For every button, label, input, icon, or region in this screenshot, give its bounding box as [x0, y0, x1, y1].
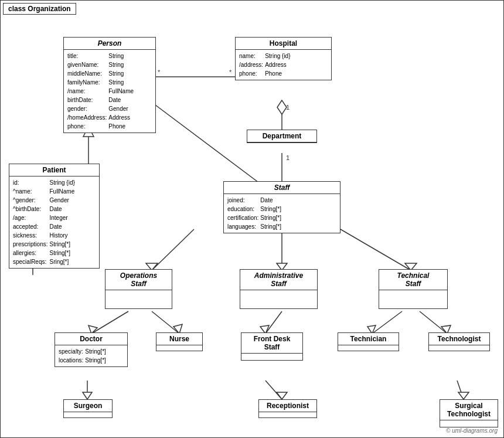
class-hospital-attrs: name:String {id} /address:Address phone:…: [236, 50, 331, 80]
class-patient-attrs: id:String {id} ^name:FullName ^gender:Ge…: [9, 176, 99, 268]
class-doctor-attrs: specialty:String[*] locations:String[*]: [55, 345, 127, 366]
class-technician: Technician: [338, 332, 399, 351]
class-technical-staff-name: Technical Staff: [379, 270, 447, 290]
class-technologist: Technologist: [428, 332, 490, 351]
svg-text:*: *: [158, 69, 161, 76]
class-patient-name: Patient: [9, 164, 99, 176]
diagram-title: class Organization: [3, 3, 76, 15]
class-doctor-name: Doctor: [55, 333, 127, 345]
class-person-name: Person: [64, 38, 155, 50]
class-receptionist: Receptionist: [258, 399, 317, 418]
svg-line-26: [265, 311, 282, 334]
svg-line-24: [152, 311, 179, 334]
class-operations-staff: Operations Staff: [105, 269, 172, 309]
svg-marker-35: [277, 392, 287, 399]
class-staff: Staff joined:Date education:String[*] ce…: [223, 181, 340, 233]
class-patient: Patient id:String {id} ^name:FullName ^g…: [9, 164, 100, 269]
class-receptionist-name: Receptionist: [259, 400, 316, 412]
svg-marker-37: [458, 392, 469, 399]
class-nurse-name: Nurse: [156, 333, 202, 345]
class-technologist-name: Technologist: [429, 333, 489, 345]
class-doctor: Doctor specialty:String[*] locations:Str…: [55, 332, 128, 367]
svg-line-30: [420, 311, 447, 334]
svg-marker-33: [83, 392, 92, 399]
class-administrative-staff-name: Administrative Staff: [240, 270, 317, 290]
class-technician-name: Technician: [338, 333, 399, 345]
class-department: Department: [247, 130, 317, 143]
svg-line-28: [372, 311, 402, 334]
class-person: Person title:String givenName:String mid…: [63, 37, 156, 133]
class-front-desk-staff-name: Front Desk Staff: [241, 333, 302, 354]
svg-line-20: [340, 229, 411, 270]
class-surgeon: Surgeon: [63, 399, 113, 418]
class-person-attrs: title:String givenName:String middleName…: [64, 50, 155, 133]
class-staff-name: Staff: [224, 182, 340, 194]
class-hospital-name: Hospital: [236, 38, 331, 50]
class-surgeon-name: Surgeon: [64, 400, 112, 412]
svg-line-22: [91, 311, 128, 334]
class-staff-attrs: joined:Date education:String[*] certific…: [224, 194, 340, 233]
class-nurse: Nurse: [156, 332, 203, 351]
class-surgical-technologist: Surgical Technologist: [440, 399, 498, 427]
diagram-container: class Organization * * 1 * 1 * *: [0, 0, 504, 438]
class-department-name: Department: [247, 130, 316, 142]
class-technical-staff: Technical Staff: [379, 269, 448, 309]
class-administrative-staff: Administrative Staff: [240, 269, 318, 309]
svg-text:*: *: [229, 69, 232, 76]
svg-marker-4: [277, 100, 287, 114]
svg-line-16: [152, 229, 194, 270]
class-front-desk-staff: Front Desk Staff: [241, 332, 303, 361]
copyright: © uml-diagrams.org: [446, 427, 498, 434]
class-operations-staff-name: Operations Staff: [105, 270, 172, 290]
svg-line-34: [265, 381, 282, 399]
svg-line-36: [457, 381, 464, 399]
svg-text:1: 1: [286, 154, 290, 161]
svg-text:1: 1: [286, 104, 290, 111]
class-hospital: Hospital name:String {id} /address:Addre…: [235, 37, 332, 80]
class-surgical-technologist-name: Surgical Technologist: [440, 400, 498, 420]
